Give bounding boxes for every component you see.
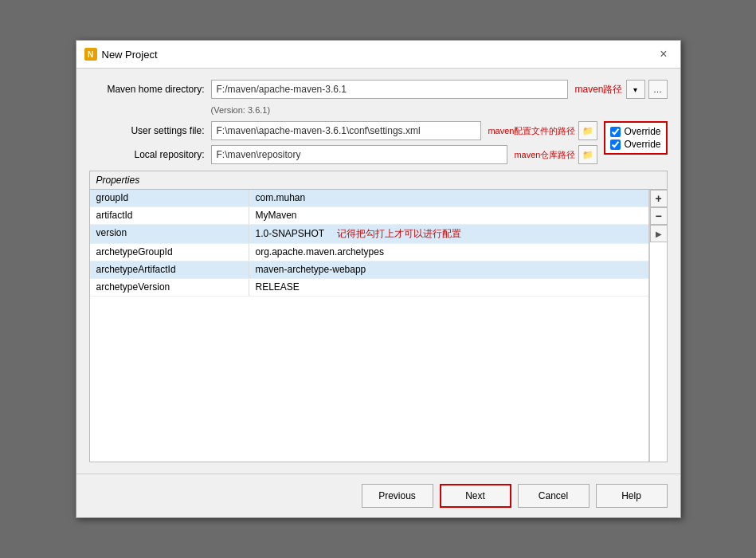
properties-content: groupIdcom.muhanartifactIdMyMavenversion… bbox=[90, 190, 667, 462]
properties-header: Properties bbox=[90, 171, 667, 190]
maven-home-input-area: maven路径 ▾ … bbox=[211, 80, 668, 99]
override-label-2: Override bbox=[624, 139, 660, 150]
previous-button[interactable]: Previous bbox=[362, 484, 433, 508]
properties-buttons: + − ▶ bbox=[649, 190, 667, 462]
override-label-1: Override bbox=[624, 126, 660, 137]
close-button[interactable]: × bbox=[655, 45, 672, 63]
new-project-dialog: N New Project × Maven home directory: ma… bbox=[76, 40, 681, 518]
properties-section: Properties groupIdcom.muhanartifactIdMyM… bbox=[89, 171, 668, 462]
property-key: archetypeGroupId bbox=[90, 244, 249, 261]
dialog-icon: N bbox=[84, 48, 97, 61]
title-bar: N New Project × bbox=[76, 41, 680, 69]
user-settings-input-area: maven配置文件的路径 📁 bbox=[211, 121, 598, 140]
table-row[interactable]: archetypeGroupIdorg.apache.maven.archety… bbox=[90, 244, 648, 261]
dialog-content: Maven home directory: maven路径 ▾ … (Versi… bbox=[76, 69, 680, 474]
table-row[interactable]: archetypeArtifactIdmaven-archetype-webap… bbox=[90, 261, 648, 279]
property-value: maven-archetype-webapp bbox=[249, 261, 648, 278]
property-value: 1.0-SNAPSHOT记得把勾打上才可以进行配置 bbox=[249, 225, 648, 243]
override-row-2: Override bbox=[610, 139, 660, 150]
cancel-button[interactable]: Cancel bbox=[518, 484, 590, 508]
title-bar-left: N New Project bbox=[84, 48, 158, 61]
version-note: (Version: 3.6.1) bbox=[211, 105, 668, 115]
maven-home-annotation: maven路径 bbox=[574, 83, 622, 96]
add-property-button[interactable]: + bbox=[650, 190, 668, 207]
override-area: Override Override bbox=[604, 121, 667, 155]
maven-home-browse[interactable]: … bbox=[648, 80, 668, 99]
user-settings-annotation: maven配置文件的路径 bbox=[488, 125, 575, 137]
override-checkbox-2[interactable] bbox=[610, 140, 621, 150]
property-key: groupId bbox=[90, 190, 249, 206]
property-value: com.muhan bbox=[249, 190, 648, 206]
local-repo-row: Local repository: maven仓库路径 📁 bbox=[89, 145, 598, 164]
property-value: RELEASE bbox=[249, 279, 648, 296]
dialog-footer: Previous Next Cancel Help bbox=[76, 474, 680, 517]
local-repo-label: Local repository: bbox=[89, 149, 205, 160]
version-annotation: 记得把勾打上才可以进行配置 bbox=[337, 228, 461, 239]
user-settings-input[interactable] bbox=[211, 121, 482, 140]
scroll-down-button[interactable]: ▶ bbox=[650, 225, 668, 242]
property-key: artifactId bbox=[90, 207, 249, 224]
user-settings-browse[interactable]: 📁 bbox=[578, 121, 597, 140]
property-value: org.apache.maven.archetypes bbox=[249, 244, 648, 261]
local-repo-input-area: maven仓库路径 📁 bbox=[211, 145, 598, 164]
table-row[interactable]: version1.0-SNAPSHOT记得把勾打上才可以进行配置 bbox=[90, 225, 648, 244]
maven-home-input[interactable] bbox=[211, 80, 569, 99]
property-key: archetypeVersion bbox=[90, 279, 249, 296]
property-key: archetypeArtifactId bbox=[90, 261, 249, 278]
table-row[interactable]: groupIdcom.muhan bbox=[90, 190, 648, 207]
help-button[interactable]: Help bbox=[596, 484, 668, 508]
local-repo-annotation: maven仓库路径 bbox=[514, 149, 575, 161]
settings-override-row: User settings file: maven配置文件的路径 📁 Local… bbox=[89, 121, 668, 164]
dialog-title: New Project bbox=[102, 49, 158, 61]
maven-home-dropdown[interactable]: ▾ bbox=[626, 80, 645, 99]
settings-inputs-col: User settings file: maven配置文件的路径 📁 Local… bbox=[89, 121, 598, 164]
table-row[interactable]: artifactIdMyMaven bbox=[90, 207, 648, 225]
local-repo-input[interactable] bbox=[211, 145, 508, 164]
user-settings-row: User settings file: maven配置文件的路径 📁 bbox=[89, 121, 598, 140]
properties-table: groupIdcom.muhanartifactIdMyMavenversion… bbox=[90, 190, 649, 462]
override-checkbox-1[interactable] bbox=[610, 127, 621, 137]
next-button[interactable]: Next bbox=[440, 484, 511, 508]
local-repo-browse[interactable]: 📁 bbox=[578, 145, 597, 164]
remove-property-button[interactable]: − bbox=[650, 207, 668, 225]
property-value: MyMaven bbox=[249, 207, 648, 224]
user-settings-label: User settings file: bbox=[89, 125, 205, 136]
override-row-1: Override bbox=[610, 126, 660, 137]
maven-home-row: Maven home directory: maven路径 ▾ … bbox=[89, 80, 668, 99]
table-row[interactable]: archetypeVersionRELEASE bbox=[90, 279, 648, 297]
property-key: version bbox=[90, 225, 249, 243]
maven-home-label: Maven home directory: bbox=[89, 84, 205, 95]
